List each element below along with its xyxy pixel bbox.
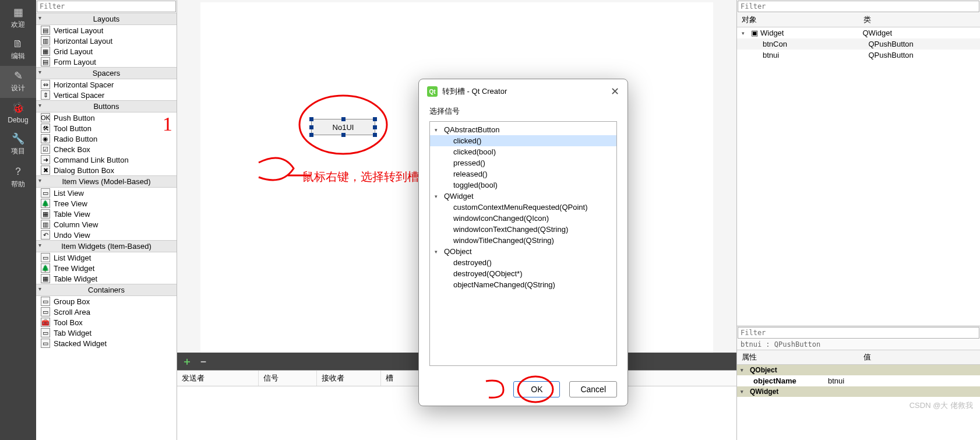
chevron-down-icon: ▾ [741,389,748,395]
mode-编辑[interactable]: 🗎编辑 [0,34,36,66]
chevron-down-icon: ▾ [741,367,748,373]
category-header[interactable]: ▾Buttons [36,100,177,112]
category-header[interactable]: ▾Layouts [36,13,177,25]
widget-item[interactable]: ▭Stacked Widget [36,338,177,349]
prop-row[interactable]: objectNamebtnui [737,375,980,386]
property-filter-input[interactable] [738,327,979,339]
mode-欢迎[interactable]: ▦欢迎 [0,2,36,34]
object-row[interactable]: btnConQPushButton [737,38,980,50]
widget-item[interactable]: ▦Table Widget [36,273,177,284]
signal-item[interactable]: clicked(bool) [430,146,616,157]
widget-label: Radio Button [54,135,97,143]
widget-item[interactable]: 🧰Tool Box [36,317,177,328]
widget-item[interactable]: ▦Grid Layout [36,46,177,57]
chevron-down-icon: ▾ [38,102,41,108]
signal-item[interactable]: windowTitleChanged(QString) [430,235,616,246]
widget-item[interactable]: OKPush Button [36,112,177,123]
prop-value[interactable]: btnui [824,376,980,385]
widget-item[interactable]: ▥Column View [36,219,177,230]
widget-item[interactable]: ⇕Vertical Spacer [36,90,177,100]
signal-item[interactable]: destroyed() [430,257,616,268]
object-row[interactable]: ▾▣WidgetQWidget [737,27,980,38]
widget-item[interactable]: ▤Vertical Layout [36,25,177,36]
widget-item[interactable]: ➜Command Link Button [36,154,177,165]
mode-label: 欢迎 [11,20,25,29]
widget-item[interactable]: ☑Check Box [36,144,177,154]
widget-item[interactable]: ⇔Horizontal Spacer [36,79,177,90]
mode-icon: ✎ [0,69,36,82]
mode-bar: ▦欢迎🗎编辑✎设计🐞Debug🔧项目？帮助 [0,0,36,440]
remove-icon[interactable]: － [198,354,209,368]
widget-icon: ▭ [41,188,50,198]
chevron-down-icon: ▾ [435,127,442,133]
widget-item[interactable]: 🌲Tree Widget [36,263,177,273]
mode-label: 设计 [11,84,25,92]
widget-item[interactable]: ✖Dialog Button Box [36,165,177,175]
object-row[interactable]: btnuiQPushButton [737,50,980,61]
signal-item[interactable]: pressed() [430,157,616,168]
designed-pushbutton[interactable]: No1UI [311,119,375,135]
mode-icon: ▦ [0,6,36,19]
widget-icon: ▭ [41,339,50,348]
category-header[interactable]: ▾Item Widgets (Item-Based) [36,240,177,252]
widget-item[interactable]: ▤Form Layout [36,57,177,67]
category-header[interactable]: ▾Containers [36,284,177,296]
signal-category[interactable]: ▾QAbstractButton [430,124,616,135]
widget-item[interactable]: ▭List Widget [36,252,177,263]
objinsp-col: 对象 [737,13,859,27]
mode-项目[interactable]: 🔧项目 [0,129,36,161]
cancel-button[interactable]: Cancel [569,381,617,397]
widget-item[interactable]: ▭Tab Widget [36,328,177,338]
category-header[interactable]: ▾Spacers [36,67,177,79]
signal-item[interactable]: clicked() [430,135,616,146]
widget-icon: ▤ [41,57,50,66]
widget-item[interactable]: 🛠Tool Button [36,123,177,133]
mode-设计[interactable]: ✎设计 [0,66,36,98]
object-name: Widget [760,29,784,37]
signal-item[interactable]: windowIconTextChanged(QString) [430,224,616,235]
widget-item[interactable]: ▭Scroll Area [36,307,177,317]
widget-label: Form Layout [54,58,96,66]
mode-帮助[interactable]: ？帮助 [0,161,36,194]
signal-category[interactable]: ▾QObject [430,246,616,257]
signal-tree[interactable]: ▾QAbstractButtonclicked()clicked(bool)pr… [429,121,617,366]
add-icon[interactable]: ＋ [182,354,192,368]
widget-label: Group Box [54,297,90,306]
widget-icon: ⇕ [41,90,50,100]
widget-label: Horizontal Spacer [54,80,114,89]
widget-item[interactable]: ▥Horizontal Layout [36,36,177,46]
widget-icon: ▥ [41,36,50,45]
ok-button[interactable]: OK [513,381,560,397]
widgetbox-filter-input[interactable] [37,1,176,12]
objectinspector-filter-input[interactable] [738,1,979,12]
category-header[interactable]: ▾Item Views (Model-Based) [36,175,177,188]
widget-icon: ▦ [41,274,50,283]
widget-label: Stacked Widget [54,339,107,348]
widget-item[interactable]: ↶Undo View [36,230,177,240]
widget-item[interactable]: ▭Group Box [36,296,177,307]
signal-item[interactable]: windowIconChanged(QIcon) [430,213,616,224]
close-icon[interactable]: ✕ [611,85,619,98]
widget-item[interactable]: ◉Radio Button [36,133,177,144]
mode-Debug[interactable]: 🐞Debug [0,98,36,129]
widget-icon: ◉ [41,134,50,143]
widget-item[interactable]: ▦Table View [36,209,177,219]
signal-item[interactable]: released() [430,168,616,179]
signal-category[interactable]: ▾QWidget [430,191,616,202]
object-inspector: 对象类 ▾▣WidgetQWidgetbtnConQPushButtonbtnu… [737,13,980,326]
property-editor: btnui : QPushButton 属性值 ▾QObjectobjectNa… [737,326,980,440]
sigtable-col: 信号 [259,371,317,386]
prop-group[interactable]: ▾QWidget [737,386,980,397]
right-panel: 对象类 ▾▣WidgetQWidgetbtnConQPushButtonbtnu… [736,0,980,440]
widget-item[interactable]: ▭List View [36,188,177,198]
signal-item[interactable]: customContextMenuRequested(QPoint) [430,202,616,213]
widget-icon: ☑ [41,145,50,154]
prop-group[interactable]: ▾QObject [737,365,980,375]
signal-item[interactable]: objectNameChanged(QString) [430,279,616,290]
widget-item[interactable]: 🌲Tree View [36,198,177,209]
widget-label: Grid Layout [54,47,93,56]
chevron-down-icon: ▾ [38,286,41,292]
dialog-title: 转到槽 - Qt Creator [442,86,507,97]
signal-item[interactable]: toggled(bool) [430,179,616,191]
signal-item[interactable]: destroyed(QObject*) [430,268,616,279]
